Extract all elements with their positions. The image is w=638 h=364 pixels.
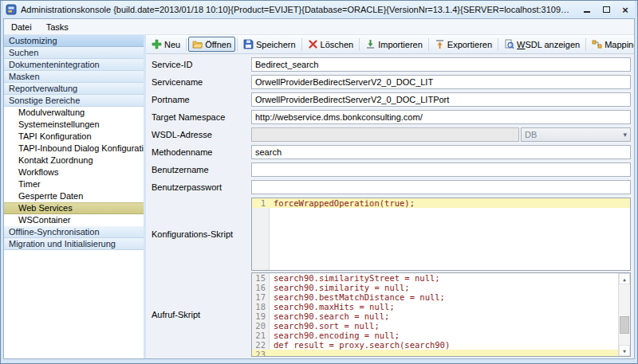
code-text: search90.bestMatchDistance = null; (269, 292, 445, 302)
minimize-button[interactable] (577, 2, 597, 17)
sidebar-item-dokumentenintegration[interactable]: Dokumentenintegration (4, 59, 144, 71)
code-line[interactable]: 22def result = proxy.search(search90) (252, 340, 618, 350)
code-line-current[interactable]: 23 (252, 350, 618, 357)
sidebar-item-tapi-inbound-dialog-konfiguration[interactable]: TAPI-Inbound Dialog Konfiguration (4, 143, 144, 155)
sidebar-item-systemeinstellungen[interactable]: Systemeinstellungen (4, 119, 144, 131)
benutzername-input[interactable] (251, 162, 631, 177)
sidebar-item-timer[interactable]: Timer (4, 178, 144, 190)
maximize-icon (603, 6, 610, 13)
chevron-down-icon: ▾ (623, 131, 627, 139)
code-text: search90.similarityStreet = null; (269, 273, 440, 283)
code-text: search90.sort = null; (269, 321, 380, 331)
open-button[interactable]: Öffnen (188, 37, 235, 52)
sidebar-item-workflows[interactable]: Workflows (4, 166, 144, 178)
sidebar-item-label: Gesperrte Daten (18, 191, 83, 201)
button-label: Mapping (605, 40, 634, 49)
scroll-up-arrow[interactable]: ▲ (619, 273, 630, 284)
form-row-servicename: Servicename (152, 73, 631, 91)
window-title: Administrationskonsole {build.date=2013/… (21, 5, 574, 14)
sidebar-item-gesperrte-daten[interactable]: Gesperrte Daten (4, 190, 144, 202)
methodenname-input[interactable] (251, 145, 631, 159)
benutzerpasswort-input[interactable] (251, 180, 631, 194)
delete-button[interactable]: Löschen (304, 37, 358, 52)
line-number: 22 (252, 340, 269, 350)
line-number: 17 (252, 292, 269, 302)
code-text: def result = proxy.search(search90) (269, 340, 450, 350)
maximize-button[interactable] (597, 2, 616, 17)
wsdl-adresse-input[interactable] (251, 127, 519, 142)
code-line[interactable]: 18search90.maxHits = null; (252, 302, 618, 311)
sidebar-item-modulverwaltung[interactable]: Modulverwaltung (4, 107, 144, 119)
service-id-input[interactable] (251, 57, 631, 72)
code-text: search90.maxHits = null; (269, 302, 395, 311)
line-number: 16 (252, 283, 269, 292)
code-line[interactable]: 20search90.sort = null; (252, 321, 618, 331)
scroll-down-arrow[interactable]: ▼ (619, 345, 630, 356)
sidebar-item-reportverwaltung[interactable]: Reportverwaltung (4, 83, 144, 95)
toolbar-separator (359, 38, 360, 51)
config-script-editor[interactable]: 1 forceWrappedOperation(true); (251, 198, 631, 271)
menu-datei[interactable]: Datei (4, 21, 39, 33)
sidebar-item-label: Suchen (9, 48, 38, 57)
sidebar-item-label: Customizing (9, 36, 57, 45)
code-line[interactable]: 19search90.search = null; (252, 311, 618, 321)
sidebar-item-customizing[interactable]: Customizing (4, 35, 144, 47)
import-icon (365, 39, 376, 49)
code-text: forceWrappedOperation(true); (269, 198, 415, 208)
sidebar-item-offline-synchronisation[interactable]: Offline-Synchronisation (4, 226, 144, 238)
code-line[interactable]: 15search90.similarityStreet = null; (252, 273, 618, 283)
web-service-form: Service-ID Servicename Portname Target N… (146, 54, 634, 358)
line-number: 15 (252, 273, 269, 283)
code-line[interactable]: 1 forceWrappedOperation(true); (252, 198, 630, 208)
new-button[interactable]: Neu (148, 37, 184, 52)
form-row-portname: Portname (152, 91, 631, 108)
sidebar-item-web-services[interactable]: Web Services (4, 202, 144, 214)
sidebar-item-label: Reportverwaltung (9, 84, 77, 93)
save-button[interactable]: Speichern (239, 37, 300, 52)
app-window: Administrationskonsole {build.date=2013/… (0, 0, 638, 364)
toolbar-separator (237, 38, 238, 51)
body: Customizing Suchen Dokumentenintegration… (4, 35, 634, 358)
call-script-scrollbar[interactable]: ▲ ▼ (618, 273, 630, 356)
scroll-thumb[interactable] (620, 316, 629, 335)
sidebar-item-label: TAPI Konfiguration (18, 131, 92, 141)
sidebar-item-label: Modulverwaltung (18, 108, 85, 117)
wsdl-source-select[interactable]: DB ▾ (521, 127, 631, 142)
sidebar-item-masken[interactable]: Masken (4, 71, 144, 83)
button-label: WSDL anzeigen (517, 40, 580, 49)
form-row-methodenname: Methodenname (152, 143, 631, 161)
menu-tasks[interactable]: Tasks (39, 21, 76, 33)
form-row-service-id: Service-ID (152, 56, 631, 73)
call-script-editor[interactable]: 15search90.similarityStreet = null; 16se… (251, 272, 631, 357)
sidebar: Customizing Suchen Dokumentenintegration… (4, 35, 146, 358)
scroll-track[interactable] (619, 284, 630, 345)
sidebar-item-label: Web Services (18, 203, 73, 213)
code-line[interactable]: 21search90.encoding = null; (252, 331, 618, 340)
import-button[interactable]: Importieren (361, 37, 427, 52)
sidebar-item-label: TAPI-Inbound Dialog Konfiguration (18, 143, 144, 153)
sidebar-item-sonstige-bereiche[interactable]: Sonstige Bereiche (4, 95, 144, 107)
close-button[interactable]: × (616, 2, 635, 17)
code-line[interactable]: 17search90.bestMatchDistance = null; (252, 292, 618, 302)
sidebar-item-kontakt-zuordnung[interactable]: Kontakt Zuordnung (4, 155, 144, 166)
export-button[interactable]: Exportieren (431, 37, 496, 52)
plus-icon (152, 39, 162, 49)
sidebar-item-tapi-konfiguration[interactable]: TAPI Konfiguration (4, 131, 144, 143)
sidebar-item-label: Timer (18, 179, 41, 189)
portname-input[interactable] (251, 92, 631, 107)
portname-label: Portname (152, 95, 251, 104)
mapping-button[interactable]: Mapping (588, 37, 634, 52)
wsdl-view-button[interactable]: WSDL anzeigen (500, 37, 584, 52)
toolbar-separator (498, 38, 498, 51)
toolbar: Neu Öffnen Speichern Lösch (146, 35, 634, 54)
sidebar-item-wscontainer[interactable]: WSContainer (4, 214, 144, 226)
sidebar-item-suchen[interactable]: Suchen (4, 47, 144, 59)
mapping-icon (592, 39, 602, 49)
sidebar-item-migration-und-initialisierung[interactable]: Migration und Initialisierung (4, 238, 144, 250)
target-namespace-input[interactable] (251, 110, 631, 124)
line-number: 18 (252, 302, 269, 311)
code-line[interactable]: 16search90.similarity = null; (252, 283, 618, 292)
servicename-input[interactable] (251, 75, 631, 89)
client-area: Datei Tasks Customizing Suchen Dokumente… (3, 18, 635, 359)
wsdl-view-icon (504, 39, 514, 49)
